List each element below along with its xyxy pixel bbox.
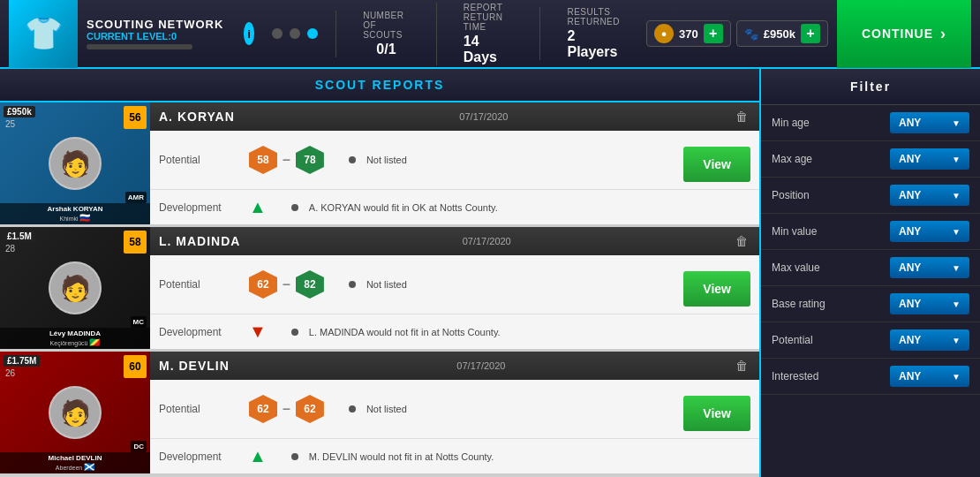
player-card-0: £950k 25 🧑 56 AMR Arshak KORYAN Khimki 🇷… (0, 102, 150, 224)
filter-select-0[interactable]: ANY ▼ (890, 112, 969, 133)
potential-low-badge-0: 58 (249, 146, 277, 174)
view-button-2[interactable]: View (683, 396, 750, 431)
filter-value-0: ANY (899, 117, 921, 129)
dev-label-0: Development (159, 201, 238, 214)
dot-1[interactable] (272, 28, 283, 39)
currency-bar: ● 370 + 🐾 £950k + (646, 20, 828, 47)
player-position-0: AMR (125, 192, 147, 203)
player-value-age-0: £950k 25 (4, 106, 35, 129)
money-block: 🐾 £950k + (736, 20, 828, 47)
report-header-1: L. MADINDA 07/17/2020 🗑 (150, 227, 759, 255)
player-value-0: £950k (4, 106, 35, 117)
potential-badges-1: 62 – 82 (249, 270, 324, 299)
potential-label-2: Potential (159, 403, 238, 415)
money-add-button[interactable]: + (801, 24, 820, 43)
dev-label-1: Development (159, 326, 238, 338)
filter-select-5[interactable]: ANY ▼ (890, 293, 969, 314)
player-club-0: Khimki 🇷🇺 (4, 213, 147, 223)
continue-arrow-icon: › (940, 25, 946, 43)
player-fullname-0: Arshak KORYAN (4, 205, 147, 213)
listing-dot-2 (349, 405, 356, 413)
info-button[interactable]: i (244, 22, 254, 45)
view-button-1[interactable]: View (683, 271, 750, 307)
hex-separator-0: – (283, 152, 290, 168)
player-card-1: £1.5M 28 🧑 58 MC Lévy MADINDA Keçiörengü… (0, 227, 150, 349)
scouts-value: 0/1 (376, 42, 396, 57)
filter-label-3: Min value (772, 225, 817, 238)
dev-arrow-down-icon: ▼ (249, 322, 267, 342)
coin-add-button[interactable]: + (704, 24, 723, 43)
shirt-icon: 👕 (24, 15, 64, 52)
player-club-2: Aberdeen 🏴󠁧󠁢󠁳󠁣󠁴󠁿 (4, 462, 147, 472)
scout-panel: SCOUT REPORTS £950k 25 🧑 56 AMR Arshak K… (0, 69, 759, 477)
player-avatar-1: 🧑 (49, 261, 102, 314)
dots-indicator (272, 28, 318, 39)
chevron-down-icon-3: ▼ (952, 227, 961, 237)
potential-badges-2: 62 – 62 (249, 395, 324, 423)
potential-label-1: Potential (159, 278, 238, 291)
filter-select-7[interactable]: ANY ▼ (890, 366, 969, 387)
delete-icon-0[interactable]: 🗑 (733, 108, 750, 125)
potential-badges-0: 58 – 78 (249, 146, 324, 174)
player-club-1: Keçiörengücü 🇨🇬 (4, 337, 147, 347)
filter-value-3: ANY (899, 225, 921, 238)
filter-header: Filter (761, 69, 980, 105)
player-surname-0: A. KORYAN (159, 110, 235, 124)
fit-text-0: A. KORYAN would fit in OK at Notts Count… (309, 202, 498, 213)
dot-2[interactable] (290, 28, 300, 39)
filter-label-6: Potential (772, 334, 813, 346)
development-row-2: Development ▲ M. DEVLIN would not fit in… (150, 439, 759, 473)
scouts-label: Number of scouts (363, 11, 410, 40)
filter-rows: Min age ANY ▼ Max age ANY ▼ Position ANY… (761, 105, 980, 395)
delete-icon-2[interactable]: 🗑 (733, 357, 750, 375)
player-avatar-2: 🧑 (49, 386, 102, 439)
report-details-2: M. DEVLIN 07/17/2020 🗑 Potential 62 – 62… (150, 352, 759, 473)
scout-reports-header: SCOUT REPORTS (0, 69, 759, 102)
filter-row-2: Position ANY ▼ (761, 178, 980, 214)
report-date-0: 07/17/2020 (459, 111, 508, 122)
filter-select-1[interactable]: ANY ▼ (890, 148, 969, 170)
player-bg-0: £950k 25 🧑 56 AMR Arshak KORYAN Khimki 🇷… (0, 102, 150, 224)
report-details-0: A. KORYAN 07/17/2020 🗑 Potential 58 – 78… (150, 102, 759, 224)
hex-separator-2: – (283, 401, 290, 417)
filter-row-6: Potential ANY ▼ (761, 322, 980, 359)
player-position-1: MC (131, 316, 147, 328)
scouting-level: CURRENT LEVEL:0 (87, 31, 237, 42)
filter-select-2[interactable]: ANY ▼ (890, 185, 969, 206)
filter-value-6: ANY (899, 334, 921, 346)
continue-button[interactable]: CONTINUE › (837, 0, 971, 68)
filter-row-7: Interested ANY ▼ (761, 359, 980, 395)
potential-high-badge-2: 62 (296, 395, 324, 423)
player-surname-2: M. DEVLIN (159, 359, 230, 373)
development-row-0: Development ▲ A. KORYAN would fit in OK … (150, 190, 759, 224)
chevron-down-icon-2: ▼ (952, 191, 961, 201)
report-time-value: 14 Days (464, 34, 514, 65)
filter-row-4: Max value ANY ▼ (761, 250, 980, 286)
delete-icon-1[interactable]: 🗑 (733, 232, 750, 250)
chevron-down-icon-6: ▼ (952, 336, 961, 345)
player-name-area-2: Michael DEVLIN Aberdeen 🏴󠁧󠁢󠁳󠁣󠁴󠁿 (0, 452, 150, 473)
listing-status-0: Not listed (366, 155, 407, 165)
chevron-down-icon-1: ▼ (952, 155, 961, 164)
hex-separator-1: – (283, 276, 290, 292)
listing-status-2: Not listed (366, 404, 407, 414)
dot-3[interactable] (307, 28, 318, 39)
report-time-label: Report Return Time (464, 3, 514, 32)
top-bar: 👕 SCOUTING NETWORK CURRENT LEVEL:0 i Num… (0, 0, 980, 69)
filter-row-1: Max age ANY ▼ (761, 141, 980, 178)
coin-icon: ● (654, 24, 674, 43)
filter-select-6[interactable]: ANY ▼ (890, 329, 969, 351)
filter-select-3[interactable]: ANY ▼ (890, 221, 969, 242)
filter-row-0: Min age ANY ▼ (761, 105, 980, 141)
player-fullname-2: Michael DEVLIN (4, 454, 147, 462)
player-fullname-1: Lévy MADINDA (4, 329, 147, 337)
player-rating-0: 56 (124, 106, 147, 129)
view-button-0[interactable]: View (683, 147, 750, 182)
player-value-age-1: £1.5M 28 (4, 231, 35, 254)
filter-select-4[interactable]: ANY ▼ (890, 257, 969, 278)
player-report-1: £1.5M 28 🧑 58 MC Lévy MADINDA Keçiörengü… (0, 227, 759, 352)
fit-dot-1 (291, 329, 298, 336)
money-icon: 🐾 (744, 27, 758, 41)
listing-status-1: Not listed (366, 279, 407, 290)
potential-row-0: Potential 58 – 78 Not listed View (150, 131, 759, 190)
